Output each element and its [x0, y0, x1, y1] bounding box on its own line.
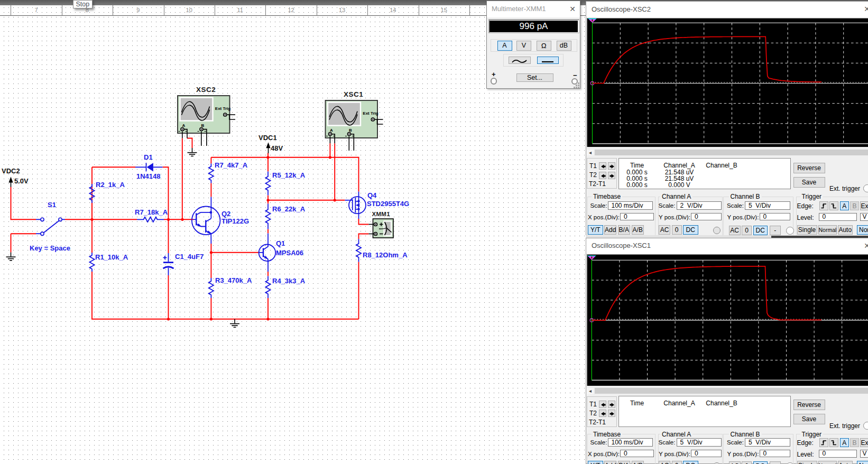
- svg-text:Q4: Q4: [367, 191, 377, 199]
- svg-text:5.0V: 5.0V: [14, 177, 29, 185]
- svg-text:R3_470k_A: R3_470k_A: [215, 276, 252, 284]
- svg-text:XMM1: XMM1: [372, 211, 391, 217]
- svg-text:R1_10k_A: R1_10k_A: [95, 253, 128, 261]
- svg-text:R6_22k_A: R6_22k_A: [272, 205, 306, 213]
- svg-text:MPSA06: MPSA06: [276, 249, 303, 257]
- svg-text:Key = Space: Key = Space: [30, 244, 70, 252]
- svg-text:R4_3k3_A: R4_3k3_A: [272, 277, 306, 285]
- svg-text:B: B: [201, 123, 205, 128]
- svg-text:1N4148: 1N4148: [136, 172, 161, 180]
- svg-text:48V: 48V: [271, 144, 283, 152]
- svg-text:C1_4uF7: C1_4uF7: [175, 253, 204, 261]
- svg-text:XSC1: XSC1: [344, 90, 363, 98]
- svg-text:A: A: [182, 123, 186, 128]
- svg-text:VDC2: VDC2: [2, 167, 20, 175]
- svg-text:D1: D1: [144, 153, 153, 161]
- svg-text:Q1: Q1: [276, 239, 285, 247]
- svg-text:R7_18k_A: R7_18k_A: [135, 208, 168, 216]
- svg-text:XSC2: XSC2: [196, 86, 216, 94]
- svg-text:Ext Trig: Ext Trig: [215, 106, 230, 111]
- svg-text:TIP122G: TIP122G: [221, 217, 249, 225]
- svg-text:B: B: [349, 128, 352, 133]
- svg-text:A: A: [330, 128, 333, 133]
- svg-text:R8_12Ohm_A: R8_12Ohm_A: [363, 251, 408, 259]
- svg-text:STD2955T4G: STD2955T4G: [367, 200, 409, 208]
- svg-text:R5_12k_A: R5_12k_A: [272, 171, 306, 179]
- svg-text:R7_4k7_A: R7_4k7_A: [215, 161, 248, 169]
- svg-text:Ext Trig: Ext Trig: [363, 111, 378, 116]
- svg-text:R2_1k_A: R2_1k_A: [96, 181, 125, 189]
- svg-text:VDC1: VDC1: [258, 134, 277, 142]
- svg-text:S1: S1: [48, 201, 56, 209]
